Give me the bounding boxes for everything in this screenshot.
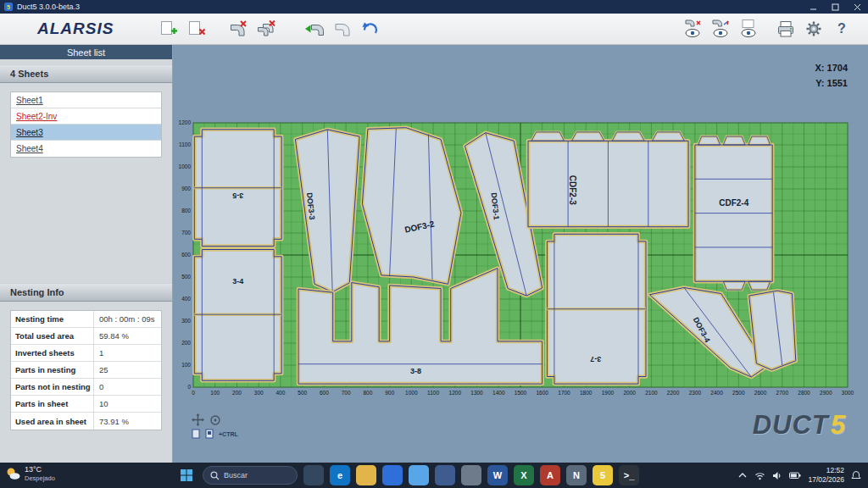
part-tab: [531, 132, 565, 141]
sheet-list-item-3[interactable]: Sheet3: [11, 125, 161, 141]
rotate-view-icon[interactable]: [209, 414, 221, 426]
x-axis-label: 1300: [470, 390, 483, 396]
taskbar-icon-terminal[interactable]: >_: [619, 465, 639, 485]
y-axis-label: 900: [181, 186, 191, 191]
clock-date: 17/02/2026: [808, 475, 844, 485]
taskbar-icon-mail[interactable]: [409, 465, 429, 485]
info-label: Parts not in nesting: [11, 379, 94, 395]
show-sheet-icon: [737, 19, 760, 39]
start-button[interactable]: [176, 465, 197, 485]
help-button[interactable]: ?: [829, 18, 854, 41]
sheet-link[interactable]: Sheet1: [16, 96, 43, 105]
x-axis-label: 1000: [405, 390, 418, 396]
x-axis-label: 1700: [558, 390, 570, 396]
sheet-view[interactable]: 0100200300400500600700800900100011001200…: [173, 116, 856, 404]
taskbar-icon-edge[interactable]: e: [330, 465, 350, 485]
x-axis-label: 1200: [449, 390, 462, 396]
zoom-sheet-icon[interactable]: [192, 429, 200, 439]
minimize-button[interactable]: [802, 0, 824, 14]
info-row-total-used-area: Total used area 59.84 %: [11, 328, 161, 345]
x-axis-label: 400: [275, 390, 285, 396]
show-flat-parts-button[interactable]: [708, 18, 733, 41]
show-parts-button[interactable]: [680, 18, 705, 41]
wifi-icon[interactable]: [754, 471, 765, 480]
y-axis-label: 600: [181, 252, 191, 258]
show-sheet-button[interactable]: [736, 18, 761, 41]
settings-button[interactable]: [801, 18, 826, 41]
search-icon: [210, 471, 220, 480]
sidebar: Sheet list 4 Sheets Sheet1 Sheet2-Inv Sh…: [0, 45, 173, 463]
taskbar-icon-word[interactable]: W: [487, 465, 508, 485]
x-axis-label: 700: [342, 390, 351, 396]
x-axis-label: 2700: [776, 390, 789, 396]
sheet-link[interactable]: Sheet4: [16, 144, 43, 153]
taskbar-icon-settings[interactable]: [461, 465, 481, 485]
remove-part-button[interactable]: [226, 18, 252, 41]
x-axis-label: 300: [254, 390, 264, 396]
taskbar-icon-photos[interactable]: [435, 465, 455, 485]
sheet-link[interactable]: Sheet3: [16, 128, 43, 137]
ctr-hint-label: +CTRL: [219, 431, 238, 437]
cursor-x: X: 1704: [815, 60, 848, 75]
taskbar-clock[interactable]: 12:52 17/02/2026: [808, 466, 844, 484]
taskbar-icon-autocad[interactable]: A: [540, 465, 560, 485]
weather-temp: 13°C: [25, 465, 55, 474]
sheet-list-item-1[interactable]: Sheet1: [11, 92, 161, 108]
taskbar-icon-notepad[interactable]: N: [566, 465, 587, 485]
x-axis-label: 1400: [492, 390, 505, 396]
battery-icon[interactable]: [789, 471, 801, 480]
part-tab: [698, 136, 721, 145]
insert-part-button[interactable]: [302, 18, 327, 41]
search-input[interactable]: [224, 471, 292, 480]
sheet-link[interactable]: Sheet2-Inv: [16, 112, 57, 121]
hidden-icons-chevron[interactable]: [737, 471, 748, 480]
taskbar-search[interactable]: [203, 466, 298, 485]
undo-button[interactable]: [358, 18, 383, 41]
part-label: 3-4: [232, 277, 243, 286]
info-value: 10: [94, 399, 108, 408]
x-axis-label: 900: [385, 390, 394, 396]
x-axis-label: 2100: [645, 390, 658, 396]
info-label: Used area in sheet: [11, 413, 94, 430]
part-tab: [612, 132, 644, 141]
sheets-section-header[interactable]: 4 Sheets: [0, 64, 172, 83]
remove-sheet-button[interactable]: [184, 18, 209, 41]
y-axis-label: 800: [181, 208, 191, 214]
sheet-list: Sheet1 Sheet2-Inv Sheet3 Sheet4: [10, 92, 162, 158]
add-sheet-button[interactable]: [156, 18, 181, 41]
x-axis-label: 3000: [842, 390, 854, 396]
info-value: 00h : 00m : 09s: [94, 314, 154, 324]
volume-icon[interactable]: [772, 471, 782, 480]
sheet-list-item-2[interactable]: Sheet2-Inv: [11, 108, 161, 125]
windows-start-icon: [180, 469, 193, 482]
taskbar-icon-excel[interactable]: X: [514, 465, 534, 485]
taskbar-icon-file-explorer[interactable]: [356, 465, 376, 485]
nesting-canvas[interactable]: X: 1704 Y: 1551 010020030040050060070080…: [173, 45, 868, 463]
remove-all-parts-button[interactable]: [254, 18, 280, 41]
nesting-info-table: Nesting time 00h : 00m : 09s Total used …: [10, 310, 162, 430]
part-label: 3-7: [590, 355, 601, 363]
nesting-info-header: Nesting Info: [0, 283, 172, 302]
zoom-part-icon[interactable]: [205, 429, 214, 439]
close-button[interactable]: [846, 0, 868, 14]
sheet-list-item-4[interactable]: Sheet4: [11, 141, 161, 157]
pan-icon[interactable]: [192, 413, 204, 426]
x-axis-label: 1600: [536, 390, 548, 396]
maximize-button[interactable]: [824, 0, 846, 14]
cursor-coordinates: X: 1704 Y: 1551: [815, 60, 848, 91]
info-row-used-area-in-sheet: Used area in sheet 73.91 %: [11, 413, 161, 430]
weather-icon: [5, 467, 20, 480]
info-value: 73.91 %: [94, 417, 129, 426]
info-row-nesting-time: Nesting time 00h : 00m : 09s: [11, 311, 161, 328]
weather-widget[interactable]: 13°C Despejado: [5, 465, 55, 482]
taskbar-icon-widgets[interactable]: [303, 465, 324, 485]
edit-part-button[interactable]: [330, 18, 355, 41]
taskbar-icon-store[interactable]: [382, 465, 403, 485]
notifications-bell-icon[interactable]: [851, 470, 861, 480]
info-row-parts-in-nesting: Parts in nesting 25: [11, 362, 161, 379]
show-flat-parts-icon: [709, 19, 732, 39]
print-button[interactable]: [773, 18, 798, 41]
taskbar-icon-duct5[interactable]: 5: [593, 465, 613, 485]
pinned-apps: eWXAN5>_: [303, 465, 639, 485]
y-axis-label: 400: [181, 296, 191, 302]
